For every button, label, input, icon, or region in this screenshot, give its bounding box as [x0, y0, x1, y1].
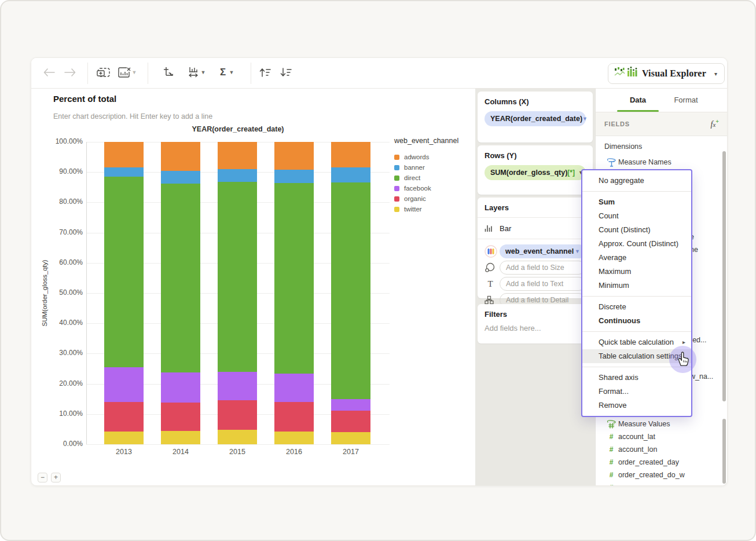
legend-swatch — [394, 176, 399, 181]
legend-item-banner[interactable]: banner — [394, 162, 458, 173]
bar-segment-direct[interactable] — [331, 182, 370, 399]
size-field-placeholder[interactable]: Add a field to Size — [500, 261, 586, 275]
zoom-out-button[interactable]: − — [38, 473, 47, 482]
bar-segment-banner[interactable] — [331, 167, 370, 182]
measures-scrollbar[interactable] — [722, 419, 726, 484]
menu-item-format[interactable]: Format... — [582, 385, 691, 399]
field-item-account-lon[interactable]: #account_lon — [596, 444, 728, 455]
tab-format[interactable]: Format — [669, 96, 703, 104]
add-chart-icon[interactable] — [95, 64, 112, 81]
bar-segment-organic[interactable] — [331, 411, 370, 433]
field-item-order-created-do-w[interactable]: #order_created_do_w — [596, 470, 728, 480]
field-item-account-lat[interactable]: #account_lat — [596, 432, 728, 442]
bar-segment-twitter[interactable] — [274, 432, 314, 444]
bar-segment-twitter[interactable] — [331, 432, 370, 444]
menu-item-count-distinct[interactable]: Count (Distinct) — [582, 223, 691, 237]
add-calculation-icon[interactable]: fx+ — [711, 118, 719, 129]
field-item-order-created-day[interactable]: #order_created_day — [596, 457, 728, 467]
toolbar-divider — [148, 63, 148, 84]
chart-description-placeholder[interactable]: Enter chart description. Hit Enter key t… — [53, 112, 212, 120]
bar-segment-organic[interactable] — [161, 403, 200, 431]
menu-item-discrete[interactable]: Discrete — [582, 300, 691, 314]
bar-segment-organic[interactable] — [218, 400, 257, 430]
legend-item-adwords[interactable]: adwords — [394, 152, 458, 162]
bar-segment-adwords[interactable] — [161, 142, 200, 171]
field-item-measure-names[interactable]: Measure Names — [596, 157, 728, 167]
field-item-partial[interactable]: # — [596, 482, 728, 486]
mark-type-label[interactable]: Bar — [500, 224, 511, 233]
menu-item-shared-axis[interactable]: Shared axis — [582, 371, 691, 385]
bar-segment-twitter[interactable] — [104, 432, 144, 444]
menu-item-average[interactable]: Average — [582, 251, 691, 265]
tab-data[interactable]: Data — [621, 96, 655, 104]
filters-placeholder[interactable]: Add fields here... — [485, 324, 586, 332]
bar-segment-adwords[interactable] — [274, 142, 314, 170]
menu-item-no-aggregate[interactable]: No aggregate — [582, 174, 691, 188]
bar-segment-facebook[interactable] — [331, 399, 370, 410]
visual-explorer-menu-button[interactable]: Visual Explorer ▾ — [608, 63, 725, 84]
color-encoding-icon[interactable] — [485, 245, 500, 258]
bar-segment-adwords[interactable] — [104, 142, 144, 167]
legend-item-facebook[interactable]: facebook — [394, 183, 458, 193]
bar-segment-twitter[interactable] — [161, 431, 200, 444]
bar-segment-banner[interactable] — [161, 171, 200, 184]
bar-segment-facebook[interactable] — [218, 372, 257, 401]
menu-item-minimum[interactable]: Minimum — [582, 279, 691, 293]
bar-segment-direct[interactable] — [161, 184, 200, 372]
legend-item-twitter[interactable]: twitter — [394, 204, 458, 214]
bar-segment-organic[interactable] — [274, 402, 314, 432]
sort-ascending-icon[interactable] — [256, 64, 274, 81]
sort-descending-icon[interactable] — [277, 64, 295, 81]
table-calc-badge: [*] — [567, 169, 575, 177]
field-label: order_created_do_w — [618, 471, 685, 479]
bar-segment-banner[interactable] — [104, 167, 144, 177]
bar-segment-facebook[interactable] — [274, 374, 314, 402]
menu-item-sum[interactable]: Sum — [582, 195, 691, 209]
bar-segment-banner[interactable] — [274, 170, 314, 183]
bar-segment-adwords[interactable] — [218, 142, 257, 169]
bar-segment-organic[interactable] — [104, 402, 144, 432]
legend-item-direct[interactable]: direct — [394, 173, 458, 183]
bar-segment-twitter[interactable] — [218, 430, 257, 444]
histogram-caret-icon[interactable]: ▼ — [199, 64, 208, 81]
back-icon[interactable] — [41, 64, 58, 81]
bar-segment-direct[interactable] — [274, 183, 314, 374]
divider — [478, 217, 593, 218]
forward-icon[interactable] — [61, 64, 79, 81]
field-item-measure-values[interactable]: Measure Values — [596, 419, 728, 429]
bar-segment-direct[interactable] — [104, 177, 144, 367]
chevron-down-icon[interactable]: ▼ — [582, 116, 588, 122]
legend-swatch — [394, 155, 399, 160]
menu-item-approx-count-distinct[interactable]: Approx. Count (Distinct) — [582, 237, 691, 251]
measure-values-icon — [606, 420, 616, 429]
sigma-caret-icon[interactable]: ▼ — [227, 64, 236, 81]
color-field-pill[interactable]: web_event_channel ▼ — [500, 244, 586, 258]
bar-segment-direct[interactable] — [218, 182, 257, 372]
measure-names-icon — [606, 158, 616, 167]
bar-mark-icon — [485, 225, 500, 232]
remove-chart-caret-icon[interactable]: ▼ — [130, 64, 139, 81]
menu-item-continuous[interactable]: Continuous — [582, 314, 691, 328]
bar-segment-facebook[interactable] — [104, 367, 144, 402]
field-label: Measure Values — [618, 420, 670, 428]
columns-field-pill[interactable]: YEAR(order_created_date) ▼ — [485, 111, 586, 126]
menu-item-maximum[interactable]: Maximum — [582, 265, 691, 279]
shelf-panel: Columns (X) YEAR(order_created_date) ▼ R… — [475, 89, 595, 486]
menu-item-count[interactable]: Count — [582, 209, 691, 223]
number-hash-icon: # — [606, 471, 616, 479]
menu-item-remove[interactable]: Remove — [582, 399, 691, 412]
menu-item-quick-table-calculation[interactable]: Quick table calculation▸ — [582, 335, 691, 349]
bar-segment-facebook[interactable] — [161, 372, 200, 403]
legend-item-organic[interactable]: organic — [394, 193, 458, 204]
zoom-in-button[interactable]: + — [51, 473, 61, 482]
divider — [478, 239, 593, 239]
chevron-down-icon[interactable]: ▼ — [575, 248, 580, 254]
text-field-placeholder[interactable]: Add a field to Text — [500, 277, 586, 291]
rows-field-pill[interactable]: SUM(order_gloss_qty) [*] ▼ — [485, 165, 586, 180]
bar-segment-banner[interactable] — [218, 169, 257, 182]
number-hash-icon: # — [606, 484, 616, 486]
swap-axes-icon[interactable] — [159, 64, 177, 81]
dimensions-scrollbar[interactable] — [722, 151, 726, 401]
bar-segment-adwords[interactable] — [331, 142, 370, 167]
chart-title[interactable]: Percent of total — [53, 94, 116, 104]
